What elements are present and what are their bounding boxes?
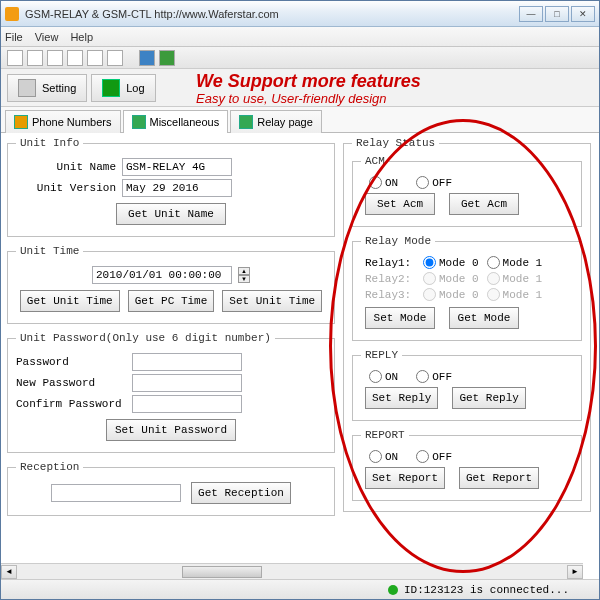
- left-column: Unit Info Unit Name Unit Version Get Uni…: [7, 137, 335, 524]
- acm-off-radio[interactable]: [416, 176, 429, 189]
- confirm-password-field[interactable]: [132, 395, 242, 413]
- menu-help[interactable]: Help: [70, 31, 93, 43]
- set-acm-button[interactable]: Set Acm: [365, 193, 435, 215]
- right-column: Relay Status ACM ON OFF Set Acm Get Acm …: [343, 137, 591, 520]
- get-unit-name-button[interactable]: Get Unit Name: [116, 203, 226, 225]
- content-area: Unit Info Unit Name Unit Version Get Uni…: [1, 133, 599, 579]
- reply-on-label: ON: [385, 371, 398, 383]
- sub-tabs: Phone Numbers Miscellaneous Relay page: [1, 107, 599, 133]
- relay3-mode0-label: Mode 0: [439, 289, 479, 301]
- app-icon: [5, 7, 19, 21]
- acm-off-label: OFF: [432, 177, 452, 189]
- toolbar-save-icon[interactable]: [47, 50, 63, 66]
- get-acm-button[interactable]: Get Acm: [449, 193, 519, 215]
- toolbar-connect-icon[interactable]: [139, 50, 155, 66]
- tab-miscellaneous[interactable]: Miscellaneous: [123, 110, 229, 133]
- toolbar-print-icon[interactable]: [67, 50, 83, 66]
- scroll-left-button[interactable]: ◄: [1, 565, 17, 579]
- unit-info-group: Unit Info Unit Name Unit Version Get Uni…: [7, 137, 335, 237]
- unit-info-legend: Unit Info: [16, 137, 83, 149]
- report-legend: REPORT: [361, 429, 409, 441]
- marketing-text-1: We Support more features: [196, 71, 421, 92]
- unit-version-label: Unit Version: [16, 182, 116, 194]
- toolbar-device-icon[interactable]: [87, 50, 103, 66]
- tab-phone-label: Phone Numbers: [32, 116, 112, 128]
- wrench-icon: [18, 79, 36, 97]
- acm-on-label: ON: [385, 177, 398, 189]
- reply-on-radio[interactable]: [369, 370, 382, 383]
- relay1-mode0-radio[interactable]: [423, 256, 436, 269]
- relay2-mode0-radio: [423, 272, 436, 285]
- report-off-label: OFF: [432, 451, 452, 463]
- minimize-button[interactable]: —: [519, 6, 543, 22]
- reception-group: Reception Get Reception: [7, 461, 335, 516]
- unit-version-field[interactable]: [122, 179, 232, 197]
- unit-name-label: Unit Name: [16, 161, 116, 173]
- relay1-mode0-label: Mode 0: [439, 257, 479, 269]
- status-dot-icon: [388, 585, 398, 595]
- set-reply-button[interactable]: Set Reply: [365, 387, 438, 409]
- log-icon: [102, 79, 120, 97]
- horizontal-scrollbar[interactable]: ◄ ►: [1, 563, 583, 579]
- marketing-text-2: Easy to use, User-friendly design: [196, 91, 387, 106]
- acm-on-radio[interactable]: [369, 176, 382, 189]
- scroll-right-button[interactable]: ►: [567, 565, 583, 579]
- reception-field[interactable]: [51, 484, 181, 502]
- relay-status-legend: Relay Status: [352, 137, 439, 149]
- close-button[interactable]: ✕: [571, 6, 595, 22]
- setting-tab[interactable]: Setting: [7, 74, 87, 102]
- new-password-field[interactable]: [132, 374, 242, 392]
- get-reply-button[interactable]: Get Reply: [452, 387, 525, 409]
- relay1-mode1-radio[interactable]: [487, 256, 500, 269]
- statusbar: ID:123123 is connected...: [1, 579, 599, 599]
- get-pc-time-button[interactable]: Get PC Time: [128, 290, 215, 312]
- reply-group: REPLY ON OFF Set Reply Get Reply: [352, 349, 582, 421]
- get-mode-button[interactable]: Get Mode: [449, 307, 519, 329]
- relay3-mode1-label: Mode 1: [503, 289, 543, 301]
- report-on-radio[interactable]: [369, 450, 382, 463]
- password-field[interactable]: [132, 353, 242, 371]
- reply-off-radio[interactable]: [416, 370, 429, 383]
- set-report-button[interactable]: Set Report: [365, 467, 445, 489]
- toolbar-new-icon[interactable]: [7, 50, 23, 66]
- get-unit-time-button[interactable]: Get Unit Time: [20, 290, 120, 312]
- unit-time-legend: Unit Time: [16, 245, 83, 257]
- unit-name-field[interactable]: [122, 158, 232, 176]
- time-spinner[interactable]: ▲▼: [238, 267, 250, 283]
- log-tab-label: Log: [126, 82, 144, 94]
- report-group: REPORT ON OFF Set Report Get Report: [352, 429, 582, 501]
- reply-off-label: OFF: [432, 371, 452, 383]
- set-mode-button[interactable]: Set Mode: [365, 307, 435, 329]
- set-unit-password-button[interactable]: Set Unit Password: [106, 419, 236, 441]
- main-tabs: Setting Log We Support more features Eas…: [1, 69, 599, 107]
- get-report-button[interactable]: Get Report: [459, 467, 539, 489]
- tab-relay-page[interactable]: Relay page: [230, 110, 322, 133]
- maximize-button[interactable]: □: [545, 6, 569, 22]
- menubar: File View Help: [1, 27, 599, 47]
- menu-view[interactable]: View: [35, 31, 59, 43]
- window-title: GSM-RELAY & GSM-CTL http://www.Waferstar…: [25, 8, 517, 20]
- relay-status-group: Relay Status ACM ON OFF Set Acm Get Acm …: [343, 137, 591, 512]
- confirm-password-label: Confirm Password: [16, 398, 126, 410]
- unit-time-field[interactable]: [92, 266, 232, 284]
- relay-mode-legend: Relay Mode: [361, 235, 435, 247]
- toolbar-globe-icon[interactable]: [159, 50, 175, 66]
- password-label: Password: [16, 356, 126, 368]
- set-unit-time-button[interactable]: Set Unit Time: [222, 290, 322, 312]
- report-off-radio[interactable]: [416, 450, 429, 463]
- tab-phone-numbers[interactable]: Phone Numbers: [5, 110, 121, 133]
- toolbar: [1, 47, 599, 69]
- relay-icon: [239, 115, 253, 129]
- relay3-mode1-radio: [487, 288, 500, 301]
- scroll-track[interactable]: [17, 565, 567, 579]
- toolbar-clear-icon[interactable]: [107, 50, 123, 66]
- report-on-label: ON: [385, 451, 398, 463]
- scroll-thumb[interactable]: [182, 566, 262, 578]
- toolbar-open-icon[interactable]: [27, 50, 43, 66]
- menu-file[interactable]: File: [5, 31, 23, 43]
- get-reception-button[interactable]: Get Reception: [191, 482, 291, 504]
- new-password-label: New Password: [16, 377, 126, 389]
- log-tab[interactable]: Log: [91, 74, 155, 102]
- relay3-mode0-radio: [423, 288, 436, 301]
- unit-time-group: Unit Time ▲▼ Get Unit Time Get PC Time S…: [7, 245, 335, 324]
